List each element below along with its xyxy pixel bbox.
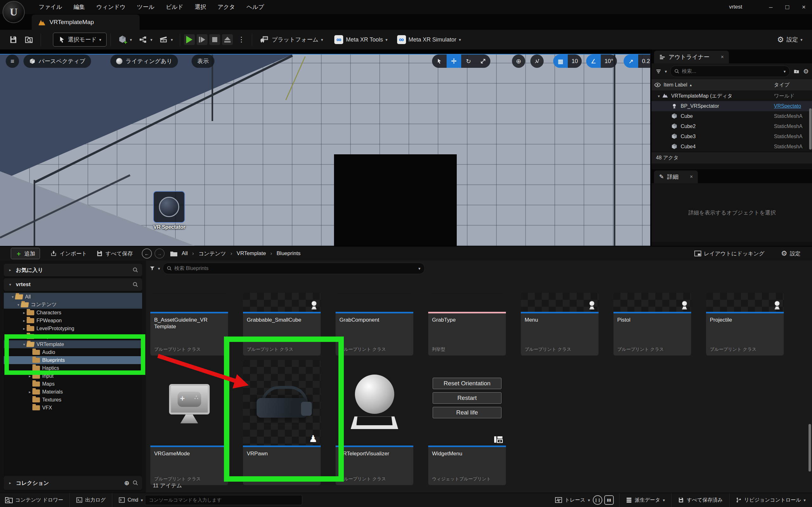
tab-details[interactable]: ✎ 詳細 × <box>654 170 698 183</box>
tree-item-Audio[interactable]: Audio <box>4 348 142 356</box>
scale-snap-value[interactable]: 0.25 <box>638 55 650 68</box>
tree-arrow-icon[interactable]: ▾ <box>21 342 27 347</box>
forward-button[interactable]: → <box>154 248 165 259</box>
outliner-scrollbar[interactable] <box>809 108 812 150</box>
insights-pause-icon[interactable]: ❙❙ <box>593 495 602 505</box>
import-button[interactable]: インポート <box>46 250 92 257</box>
content-drawer-button[interactable]: コンテンツ ドロワー <box>3 497 65 504</box>
asset-tile-VRTeleportVisualizer[interactable]: VRTeleportVisualizerブループリント クラス <box>336 360 413 485</box>
content-browser-button[interactable] <box>21 33 37 47</box>
frame-skip-button[interactable] <box>197 34 207 45</box>
grid-snap-icon[interactable]: ▦ <box>553 55 568 68</box>
asset-search-input[interactable]: 検索 Blueprints ▾ <box>163 263 425 274</box>
project-section[interactable]: ▾vrtest <box>4 278 142 291</box>
stop-button[interactable] <box>209 34 220 45</box>
favorites-section[interactable]: ▸お気に入り <box>4 264 142 276</box>
tab-outliner[interactable]: アウトライナー × <box>654 51 729 63</box>
angle-snap-control[interactable]: ∠ 10° <box>586 55 617 68</box>
outliner-search-input[interactable]: 検索... ▾ <box>670 66 790 77</box>
tree-item-Input[interactable]: ▸Input <box>4 372 142 380</box>
close-icon[interactable]: × <box>690 174 693 180</box>
expand-arrow-icon[interactable]: ▾ <box>656 94 662 99</box>
tree-item-VRTemplate[interactable]: ▾VRTemplate <box>4 340 142 348</box>
transform-tools[interactable]: ↻ <box>432 55 490 68</box>
show-dropdown[interactable]: 表示 <box>192 55 214 68</box>
breadcrumb-item-Blueprints[interactable]: Blueprints <box>276 250 301 257</box>
maximize-button[interactable]: □ <box>779 0 796 14</box>
asset-tile-GrabType[interactable]: GrabType列挙型 <box>428 293 506 355</box>
move-tool-icon[interactable] <box>447 55 461 68</box>
platforms-dropdown[interactable]: プラットフォーム▾ <box>256 33 326 47</box>
outliner-row-Cube3[interactable]: Cube3StaticMeshA <box>652 131 812 142</box>
dock-in-layout-button[interactable]: レイアウトにドッキング <box>690 250 769 257</box>
tree-arrow-icon[interactable]: ▸ <box>27 374 32 378</box>
asset-scrollbar[interactable] <box>809 424 811 471</box>
all-saved-button[interactable]: すべて保存済み <box>676 497 725 504</box>
menu-item-5[interactable]: 選択 <box>190 1 211 13</box>
minimize-button[interactable]: – <box>763 0 779 14</box>
world-space-icon[interactable]: ⊕ <box>512 55 525 68</box>
content-settings-button[interactable]: ⚙ 設定 <box>776 249 805 258</box>
visibility-eye-icon[interactable] <box>652 83 664 87</box>
angle-snap-icon[interactable]: ∠ <box>586 55 601 68</box>
rotate-tool-icon[interactable]: ↻ <box>461 55 476 68</box>
add-asset-button[interactable]: ＋ 追加 <box>11 248 40 259</box>
select-tool-icon[interactable] <box>432 55 447 68</box>
asset-tile-Menu[interactable]: Menuブループリント クラス <box>521 293 599 355</box>
outliner-column-header[interactable]: Item Label ▴ タイプ <box>652 79 812 91</box>
tree-item-Textures[interactable]: Textures <box>4 396 142 404</box>
meta-xr-tools-dropdown[interactable]: ∞ Meta XR Tools▾ <box>331 33 391 47</box>
tree-item-LevelPrototyping[interactable]: ▸LevelPrototyping <box>4 325 142 332</box>
tree-item-Maps[interactable]: Maps <box>4 380 142 388</box>
filter-icon[interactable] <box>149 266 155 271</box>
save-all-button[interactable]: すべて保存 <box>92 250 137 257</box>
menu-item-7[interactable]: ヘルプ <box>241 1 269 13</box>
tree-arrow-icon[interactable]: ▸ <box>27 390 32 394</box>
tree-item-FPWeapon[interactable]: ▸FPWeapon <box>4 317 142 325</box>
tree-item-Blueprints[interactable]: Blueprints <box>4 356 142 364</box>
tree-arrow-icon[interactable]: ▾ <box>16 302 21 307</box>
lit-mode-dropdown[interactable]: ライティングあり <box>110 55 178 68</box>
menu-item-2[interactable]: ウィンドウ <box>91 1 131 13</box>
breadcrumb-item-VRTemplate[interactable]: VRTemplate <box>237 250 266 257</box>
add-folder-icon[interactable]: ＋ <box>793 68 800 74</box>
tree-item-Characters[interactable]: ▸Characters <box>4 308 142 317</box>
breadcrumb-item-All[interactable]: All <box>182 250 188 257</box>
outliner-row-Cube2[interactable]: Cube2StaticMeshA <box>652 121 812 131</box>
select-mode-dropdown[interactable]: 選択モード▾ <box>53 33 107 47</box>
meta-xr-simulator-dropdown[interactable]: ∞ Meta XR Simulator▾ <box>394 33 464 47</box>
scale-tool-icon[interactable] <box>476 55 490 68</box>
close-button[interactable]: × <box>796 0 812 14</box>
tree-item-VRSpectator[interactable]: ▸VRSpectator <box>4 332 142 340</box>
tree-item-All[interactable]: ▾All <box>4 293 142 301</box>
outliner-settings-gear-icon[interactable]: ⚙ <box>803 67 809 75</box>
asset-tile-VRGameMode[interactable]: VRGameModeブループリント クラス <box>150 360 228 485</box>
trace-dropdown[interactable]: トレース▾ <box>553 497 592 504</box>
angle-snap-value[interactable]: 10° <box>601 55 617 68</box>
add-actor-dropdown[interactable]: ＋ ▾ <box>114 33 135 47</box>
eject-button[interactable] <box>222 34 233 45</box>
tree-item-Haptics[interactable]: Haptics <box>4 364 142 372</box>
level-viewport[interactable]: VR Spectator ≡ パースペクティブ ライティングあり 表示 ↻ ⊕ … <box>0 49 650 246</box>
menu-item-1[interactable]: 編集 <box>68 1 90 13</box>
grid-snap-control[interactable]: ▦ 10 <box>553 55 582 68</box>
tree-arrow-icon[interactable]: ▸ <box>21 334 27 339</box>
asset-tile-Pistol[interactable]: Pistolブループリント クラス <box>613 293 691 355</box>
outliner-row-Cube4[interactable]: Cube4StaticMeshA <box>652 142 812 152</box>
tree-arrow-icon[interactable]: ▾ <box>10 295 15 299</box>
asset-tile-WidgetMenu[interactable]: Reset OrientationRestartReal life♥Widget… <box>428 360 506 485</box>
tree-item-コンテンツ[interactable]: ▾コンテンツ <box>4 301 142 308</box>
filter-caret[interactable]: ▾ <box>158 266 160 271</box>
cmd-dropdown[interactable]: Cmd▾ <box>117 497 145 503</box>
tree-arrow-icon[interactable]: ▸ <box>21 326 27 331</box>
outliner-item-type[interactable]: VRSpectato <box>774 103 812 109</box>
scale-snap-icon[interactable]: ↗ <box>623 55 638 68</box>
perspective-dropdown[interactable]: パースペクティブ <box>23 55 91 68</box>
insights-snapshot-icon[interactable]: ▮▮ <box>604 495 614 505</box>
surface-snap-icon[interactable] <box>530 55 544 68</box>
outliner-row-Cube[interactable]: CubeStaticMeshA <box>652 111 812 121</box>
menu-item-3[interactable]: ツール <box>132 1 159 13</box>
back-button[interactable]: ← <box>142 248 152 259</box>
output-log-button[interactable]: 出力ログ <box>74 497 107 504</box>
collections-section[interactable]: ▸コレクション ⊕ <box>4 476 142 490</box>
